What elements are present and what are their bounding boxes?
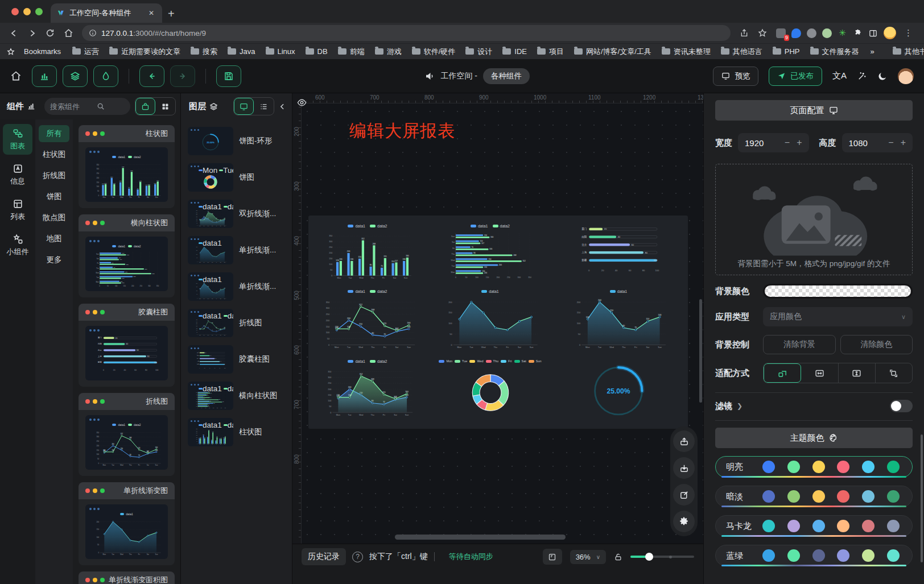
width-plus-button[interactable]: + [795, 138, 803, 148]
canvas-chart-pie[interactable]: MonTueWedThuFriSatSun [429, 358, 551, 422]
component-box-view-button[interactable] [135, 98, 155, 115]
bookmark-item[interactable]: 游戏 [370, 45, 406, 59]
bookmarks-overflow[interactable]: » [866, 45, 879, 57]
charts-panel-toggle-button[interactable] [32, 65, 57, 87]
bookmark-item[interactable]: Java [223, 45, 259, 57]
layer-item[interactable]: 厦门20南阳40北京60上海80新疆100020406080100胶囊柱图 [187, 341, 286, 378]
canvas-chart-horizontal-bar[interactable]: data1data2050100150200250300350Sun130160… [429, 222, 551, 285]
bookmark-star-icon[interactable] [754, 25, 770, 41]
lock-icon[interactable] [614, 553, 622, 561]
details-panel-toggle-button[interactable] [93, 65, 118, 87]
app-type-select[interactable]: 应用颜色 ∨ [763, 307, 913, 326]
canvas-chart-line-gradient-area[interactable]: data1050100150200MonTueWedThuFriSatSun12… [562, 288, 675, 355]
preview-button[interactable]: 预览 [713, 67, 758, 86]
panel-toggle-button[interactable] [543, 549, 562, 565]
home-icon[interactable] [60, 25, 76, 41]
height-minus-button[interactable]: − [887, 138, 894, 148]
clear-color-button[interactable]: 清除颜色 [840, 335, 913, 354]
bookmark-item[interactable]: 设计 [461, 45, 497, 59]
sidebar-nav-小组件[interactable]: 小组件 [3, 230, 32, 260]
export-button[interactable] [673, 430, 695, 452]
background-upload-dropzone[interactable]: 背景图需小于 5M，格式为 png/jpg/gif 的文件 [715, 164, 913, 275]
zoom-select[interactable]: 36%∨ [570, 550, 606, 564]
sidebar-toggle-icon[interactable] [868, 28, 878, 38]
theme-row-马卡龙[interactable]: 马卡龙 [715, 515, 913, 537]
height-stepper[interactable]: 1080 − + [842, 133, 913, 152]
zoom-slider-knob[interactable] [645, 553, 653, 561]
bookmark-item[interactable]: 软件/硬件 [407, 45, 460, 59]
component-card[interactable]: 单折线渐变图data1050100150200MonTueWedThuFriSa… [79, 482, 175, 565]
url-bar[interactable]: 127.0.0.1:3000/#/chart/home/9 [82, 25, 731, 41]
search-icon[interactable] [97, 102, 105, 110]
import-button[interactable] [673, 457, 695, 479]
puzzle-extensions-icon[interactable] [853, 28, 863, 38]
other-bookmarks[interactable]: 其他书签 [888, 45, 924, 59]
app-home-icon[interactable] [10, 71, 22, 82]
component-card[interactable]: 折线图data1data2050100150200250300350MonTue… [79, 393, 175, 476]
layer-item[interactable]: data1data2050100150200250300350MonTueWed… [187, 414, 286, 450]
filter-toggle[interactable] [890, 400, 913, 412]
share-icon[interactable] [736, 25, 752, 41]
history-button[interactable]: 历史记录 [302, 548, 346, 565]
browser-profile-avatar[interactable] [884, 27, 896, 39]
extension-pin-icon[interactable] [791, 28, 801, 38]
bookmark-item[interactable]: PHP [768, 45, 805, 57]
bookmark-item[interactable]: 资讯未整理 [657, 45, 715, 59]
fit-height-button[interactable] [839, 363, 876, 383]
fit-scale-button[interactable] [764, 363, 801, 383]
category-item[interactable]: 散点图 [39, 209, 69, 226]
sidebar-nav-列表[interactable]: 列表 [3, 194, 32, 225]
save-button[interactable] [216, 65, 241, 87]
design-canvas[interactable]: 6007008009001000110012001300 20030040050… [292, 93, 703, 544]
new-tab-button[interactable]: + [162, 7, 183, 23]
layer-thumbnail-view-button[interactable] [234, 98, 254, 115]
component-card[interactable]: 横向柱状图data1data2050100150200250300350Sun1… [79, 214, 175, 297]
layer-item[interactable]: MonTueWedThu饼图 [187, 159, 286, 196]
layer-item[interactable]: data1050100150200MonTueWedThuFriSatSun单折… [187, 232, 286, 268]
clear-background-button[interactable]: 清除背景 [763, 335, 836, 354]
bookmark-item[interactable]: 近期需要读的文章 [105, 45, 185, 59]
layer-list-view-button[interactable] [254, 98, 274, 115]
magic-wand-icon[interactable] [857, 71, 867, 81]
canvas-horizontal-scrollbar[interactable] [395, 535, 566, 540]
publish-button[interactable]: 已发布 [769, 67, 822, 86]
height-plus-button[interactable]: + [900, 138, 907, 148]
settings-gear-button[interactable] [673, 511, 695, 532]
bookmark-item[interactable]: 搜索 [186, 45, 222, 59]
layer-item[interactable]: data1data2050100150200250300350MonTueWed… [187, 196, 286, 232]
canvas-vertical-scrollbar[interactable] [699, 299, 702, 403]
width-stepper[interactable]: 1920 − + [738, 133, 809, 152]
component-search[interactable] [44, 98, 130, 115]
bookmark-item[interactable]: DB [301, 45, 332, 57]
bookmarks-star-icon[interactable] [7, 48, 15, 56]
layer-item[interactable]: data1050100150200MonTueWedThuFriSatSun12… [187, 268, 286, 305]
theme-color-header[interactable]: 主题颜色 [715, 428, 913, 448]
search-input[interactable] [50, 102, 93, 111]
browser-tab[interactable]: 工作空间-各种组件 ✕ [51, 3, 162, 23]
extension-icons[interactable]: 9 ✳ ⋮ [773, 27, 918, 39]
sidebar-nav-图表[interactable]: 图表 [3, 124, 32, 155]
theme-row-明亮[interactable]: 明亮 [715, 456, 913, 478]
extension-green-icon[interactable] [822, 28, 832, 38]
maximize-window-icon[interactable] [35, 8, 43, 15]
canvas-chart-group[interactable]: data1data2050100150200250300350MonTueWed… [308, 216, 688, 429]
layers-panel-toggle-button[interactable] [63, 65, 88, 87]
site-info-icon[interactable] [89, 29, 97, 37]
canvas-chart-bar[interactable]: data1data2050100150200250300350MonTueWed… [316, 222, 419, 285]
collapse-panel-icon[interactable] [278, 103, 287, 110]
toggle-guides-eye-icon[interactable] [297, 98, 307, 107]
layer-item[interactable]: 25.00%饼图-环形 [187, 123, 286, 159]
bookmark-item[interactable]: Linux [261, 45, 300, 57]
bookmark-item[interactable]: 文件服务器 [806, 45, 864, 59]
filter-expand-icon[interactable]: ❯ [737, 402, 742, 410]
bookmark-item[interactable]: 前端 [333, 45, 369, 59]
canvas-chart-capsule[interactable]: 厦门20南阳40北京60上海80新疆100020406080100 [562, 222, 675, 285]
undo-button[interactable] [139, 65, 164, 87]
reload-icon[interactable] [42, 25, 58, 41]
category-item[interactable]: 所有 [39, 125, 69, 142]
close-window-icon[interactable] [11, 8, 19, 15]
bookmark-item[interactable]: 项目 [533, 45, 568, 59]
layer-item[interactable]: data1data2050100150200250300350Sun130160… [187, 378, 286, 414]
background-color-swatch[interactable] [763, 284, 913, 299]
canvas-chart-dual-line-area[interactable]: data1data2050100150200250300350MonTueWed… [316, 358, 419, 422]
